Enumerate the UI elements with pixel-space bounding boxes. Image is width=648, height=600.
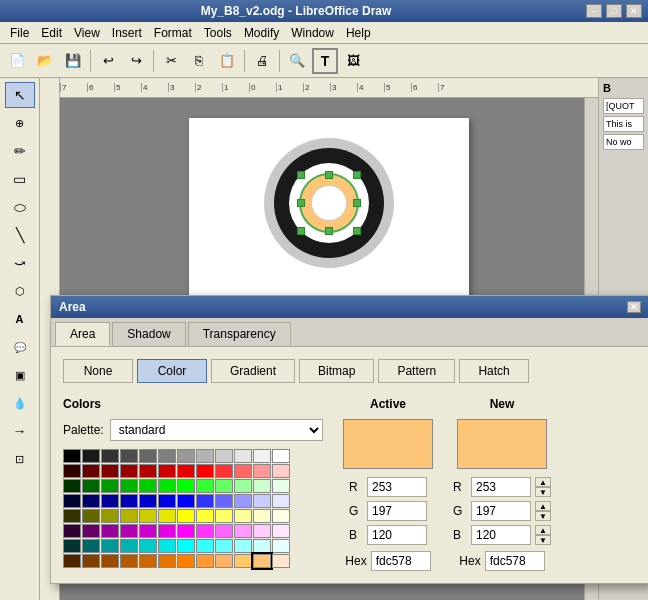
select-tool[interactable]: ↖: [5, 82, 35, 108]
color-cell[interactable]: [101, 464, 119, 478]
maximize-button[interactable]: □: [606, 4, 622, 18]
new-b-up-btn[interactable]: ▲: [535, 525, 551, 535]
callout-tool[interactable]: 💬: [5, 334, 35, 360]
cut-btn[interactable]: ✂: [158, 48, 184, 74]
active-b-input[interactable]: [367, 525, 427, 545]
minimize-button[interactable]: –: [586, 4, 602, 18]
close-button[interactable]: ✕: [626, 4, 642, 18]
color-cell[interactable]: [177, 494, 195, 508]
color-cell[interactable]: [82, 449, 100, 463]
color-cell[interactable]: [101, 539, 119, 553]
color-cell[interactable]: [82, 509, 100, 523]
color-cell[interactable]: [63, 494, 81, 508]
color-cell[interactable]: [120, 539, 138, 553]
eyedropper-tool[interactable]: 💧: [5, 390, 35, 416]
color-cell[interactable]: [196, 554, 214, 568]
color-cell[interactable]: [158, 524, 176, 538]
type-hatch-btn[interactable]: Hatch: [459, 359, 529, 383]
color-cell[interactable]: [158, 539, 176, 553]
color-cell[interactable]: [272, 554, 290, 568]
menu-format[interactable]: Format: [148, 24, 198, 42]
color-cell[interactable]: [101, 449, 119, 463]
color-cell[interactable]: [63, 479, 81, 493]
connector-tool[interactable]: →: [5, 418, 35, 444]
color-cell[interactable]: [120, 554, 138, 568]
handle-bl[interactable]: [297, 227, 305, 235]
color-cell[interactable]: [158, 494, 176, 508]
new-r-input[interactable]: [471, 477, 531, 497]
open-btn[interactable]: 📂: [32, 48, 58, 74]
color-cell[interactable]: [215, 554, 233, 568]
color-cell[interactable]: [120, 479, 138, 493]
color-cell[interactable]: [177, 479, 195, 493]
color-cell[interactable]: [215, 494, 233, 508]
color-cell[interactable]: [63, 464, 81, 478]
menu-view[interactable]: View: [68, 24, 106, 42]
new-hex-input[interactable]: [485, 551, 545, 571]
color-cell[interactable]: [120, 524, 138, 538]
polygon-tool[interactable]: ⬡: [5, 278, 35, 304]
color-cell[interactable]: [82, 464, 100, 478]
color-cell[interactable]: [177, 509, 195, 523]
new-btn[interactable]: 📄: [4, 48, 30, 74]
color-cell[interactable]: [139, 509, 157, 523]
menu-insert[interactable]: Insert: [106, 24, 148, 42]
handle-ml[interactable]: [297, 199, 305, 207]
handle-bc[interactable]: [325, 227, 333, 235]
menu-help[interactable]: Help: [340, 24, 377, 42]
color-cell[interactable]: [253, 524, 271, 538]
color-cell[interactable]: [234, 494, 252, 508]
color-cell[interactable]: [82, 524, 100, 538]
color-cell[interactable]: [215, 464, 233, 478]
zoom-btn[interactable]: 🔍: [284, 48, 310, 74]
color-cell[interactable]: [196, 494, 214, 508]
new-b-down-btn[interactable]: ▼: [535, 535, 551, 545]
curve-tool[interactable]: ⤻: [5, 250, 35, 276]
color-cell[interactable]: [177, 524, 195, 538]
handle-br[interactable]: [353, 227, 361, 235]
color-cell[interactable]: [253, 539, 271, 553]
menu-window[interactable]: Window: [285, 24, 340, 42]
line-tool[interactable]: ╲: [5, 222, 35, 248]
active-r-input[interactable]: [367, 477, 427, 497]
color-cell[interactable]: [158, 479, 176, 493]
color-cell[interactable]: [101, 524, 119, 538]
text-tool[interactable]: A: [5, 306, 35, 332]
color-cell[interactable]: [234, 539, 252, 553]
color-cell[interactable]: [120, 509, 138, 523]
tab-area[interactable]: Area: [55, 322, 110, 346]
new-g-down-btn[interactable]: ▼: [535, 511, 551, 521]
active-g-input[interactable]: [367, 501, 427, 521]
undo-btn[interactable]: ↩: [95, 48, 121, 74]
new-g-up-btn[interactable]: ▲: [535, 501, 551, 511]
color-cell[interactable]: [82, 554, 100, 568]
color-cell[interactable]: [101, 494, 119, 508]
handle-tr[interactable]: [353, 171, 361, 179]
handle-mr[interactable]: [353, 199, 361, 207]
color-cell[interactable]: [63, 449, 81, 463]
color-cell[interactable]: [177, 539, 195, 553]
new-r-up-btn[interactable]: ▲: [535, 477, 551, 487]
color-cell[interactable]: [234, 554, 252, 568]
color-cell[interactable]: [63, 524, 81, 538]
color-cell[interactable]: [158, 554, 176, 568]
color-cell[interactable]: [196, 524, 214, 538]
color-cell[interactable]: [101, 509, 119, 523]
color-cell[interactable]: [215, 479, 233, 493]
color-cell-selected[interactable]: [253, 554, 271, 568]
color-cell[interactable]: [215, 524, 233, 538]
redo-btn[interactable]: ↪: [123, 48, 149, 74]
type-bitmap-btn[interactable]: Bitmap: [299, 359, 374, 383]
color-cell[interactable]: [63, 554, 81, 568]
color-cell[interactable]: [272, 464, 290, 478]
active-hex-input[interactable]: [371, 551, 431, 571]
color-cell[interactable]: [158, 509, 176, 523]
type-gradient-btn[interactable]: Gradient: [211, 359, 295, 383]
shadow-tool[interactable]: ⊡: [5, 446, 35, 472]
new-g-input[interactable]: [471, 501, 531, 521]
zoom-tool[interactable]: ⊕: [5, 110, 35, 136]
color-cell[interactable]: [158, 449, 176, 463]
color-cell[interactable]: [253, 479, 271, 493]
ellipse-tool[interactable]: ⬭: [5, 194, 35, 220]
color-cell[interactable]: [234, 464, 252, 478]
